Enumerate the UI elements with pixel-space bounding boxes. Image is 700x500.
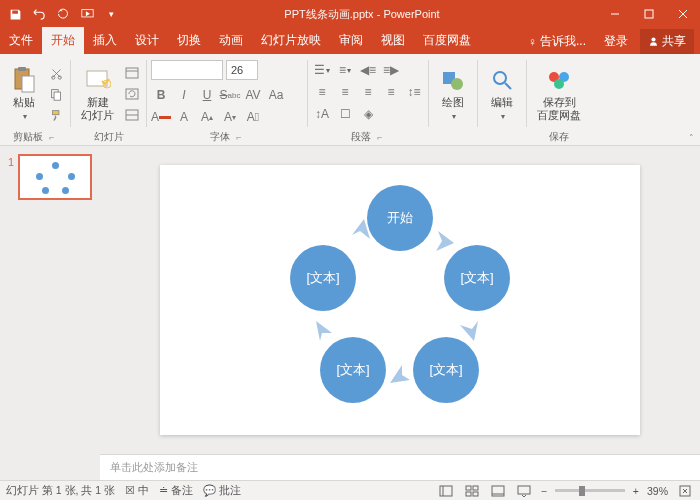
window-title: PPT线条动画.pptx - PowerPoint bbox=[126, 7, 598, 22]
close-button[interactable] bbox=[666, 0, 700, 28]
login-button[interactable]: 登录 bbox=[598, 29, 634, 54]
strikethrough-button[interactable]: Sabc bbox=[220, 85, 240, 105]
zoom-in-button[interactable]: + bbox=[633, 485, 639, 497]
change-case-button[interactable]: Aa bbox=[266, 85, 286, 105]
undo-icon[interactable] bbox=[32, 7, 46, 21]
cut-button[interactable] bbox=[47, 64, 65, 82]
decrease-indent-button[interactable]: ◀≡ bbox=[358, 60, 378, 80]
clipboard-launcher[interactable]: ⌐ bbox=[47, 132, 56, 142]
reading-view-button[interactable] bbox=[489, 484, 507, 498]
tab-insert[interactable]: 插入 bbox=[84, 27, 126, 54]
cycle-node-1[interactable]: 开始 bbox=[367, 185, 433, 251]
format-painter-button[interactable] bbox=[47, 106, 65, 124]
align-text-button[interactable]: ☐ bbox=[335, 104, 355, 124]
qat-dropdown-icon[interactable]: ▾ bbox=[104, 7, 118, 21]
increase-font-button[interactable]: A▴ bbox=[197, 107, 217, 127]
save-icon[interactable] bbox=[8, 7, 22, 21]
maximize-button[interactable] bbox=[632, 0, 666, 28]
paste-button[interactable]: 粘贴▾ bbox=[4, 60, 44, 125]
normal-view-button[interactable] bbox=[437, 484, 455, 498]
align-center-button[interactable]: ≡ bbox=[335, 82, 355, 102]
section-button[interactable] bbox=[123, 106, 141, 124]
zoom-slider[interactable] bbox=[555, 489, 625, 492]
share-button[interactable]: 共享 bbox=[640, 29, 694, 54]
decrease-font-button[interactable]: A▾ bbox=[220, 107, 240, 127]
comments-toggle[interactable]: 💬 批注 bbox=[203, 484, 241, 498]
thumbnail-number: 1 bbox=[8, 154, 14, 200]
align-right-button[interactable]: ≡ bbox=[358, 82, 378, 102]
tab-slideshow[interactable]: 幻灯片放映 bbox=[252, 27, 330, 54]
drawing-button[interactable]: 绘图▾ bbox=[433, 60, 473, 125]
zoom-out-button[interactable]: − bbox=[541, 485, 547, 497]
bullets-button[interactable]: ☰▾ bbox=[312, 60, 332, 80]
save-to-baidu-button[interactable]: 保存到 百度网盘 bbox=[531, 60, 587, 124]
workspace: 1 开始 [文本] [文本] [文本] [文本] bbox=[0, 146, 700, 480]
tell-me-button[interactable]: ♀告诉我... bbox=[522, 29, 592, 54]
find-icon bbox=[488, 66, 516, 94]
slide[interactable]: 开始 [文本] [文本] [文本] [文本] bbox=[160, 165, 640, 435]
paste-icon bbox=[10, 66, 38, 94]
editor-area: 开始 [文本] [文本] [文本] [文本] 单击此处添加备注 bbox=[100, 146, 700, 480]
tab-view[interactable]: 视图 bbox=[372, 27, 414, 54]
editing-button[interactable]: 编辑▾ bbox=[482, 60, 522, 125]
fit-to-window-button[interactable] bbox=[676, 484, 694, 498]
notes-toggle[interactable]: ≐ 备注 bbox=[159, 484, 193, 498]
font-color-button[interactable]: A bbox=[151, 107, 171, 127]
paragraph-launcher[interactable]: ⌐ bbox=[375, 132, 384, 142]
bold-button[interactable]: B bbox=[151, 85, 171, 105]
cycle-node-2[interactable]: [文本] bbox=[444, 245, 510, 311]
char-spacing-button[interactable]: AV bbox=[243, 85, 263, 105]
minimize-button[interactable] bbox=[598, 0, 632, 28]
lightbulb-icon: ♀ bbox=[528, 35, 537, 49]
start-slideshow-icon[interactable] bbox=[80, 7, 94, 21]
text-direction-button[interactable]: ↕A bbox=[312, 104, 332, 124]
svg-rect-33 bbox=[466, 486, 471, 490]
collapse-ribbon-button[interactable]: ˄ bbox=[687, 133, 696, 143]
share-icon bbox=[648, 36, 659, 47]
tab-home[interactable]: 开始 bbox=[42, 27, 84, 54]
tab-baidu[interactable]: 百度网盘 bbox=[414, 27, 480, 54]
underline-button[interactable]: U bbox=[197, 85, 217, 105]
copy-button[interactable] bbox=[47, 85, 65, 103]
language-indicator[interactable]: ☒ 中 bbox=[125, 484, 149, 498]
tab-animations[interactable]: 动画 bbox=[210, 27, 252, 54]
sorter-view-button[interactable] bbox=[463, 484, 481, 498]
layout-button[interactable] bbox=[123, 64, 141, 82]
font-size-selector[interactable]: 26 bbox=[226, 60, 258, 80]
svg-marker-29 bbox=[316, 321, 332, 341]
svg-marker-27 bbox=[460, 321, 478, 341]
cycle-node-5[interactable]: [文本] bbox=[290, 245, 356, 311]
group-paragraph: ☰▾ ≡▾ ◀≡ ≡▶ ≡ ≡ ≡ ≡ ↕≡ ↕A ☐ ◈ 段落⌐ bbox=[308, 54, 428, 145]
line-spacing-button[interactable]: ↕≡ bbox=[404, 82, 424, 102]
tab-transitions[interactable]: 切换 bbox=[168, 27, 210, 54]
reset-button[interactable] bbox=[123, 85, 141, 103]
tab-review[interactable]: 审阅 bbox=[330, 27, 372, 54]
group-save-baidu: 保存到 百度网盘 保存 bbox=[527, 54, 591, 145]
new-slide-button[interactable]: 新建 幻灯片 bbox=[75, 60, 120, 124]
smartart-button[interactable]: ◈ bbox=[358, 104, 378, 124]
slide-canvas-area[interactable]: 开始 [文本] [文本] [文本] [文本] bbox=[100, 146, 700, 454]
slide-thumbnail-1[interactable] bbox=[18, 154, 92, 200]
redo-icon[interactable] bbox=[56, 7, 70, 21]
italic-button[interactable]: I bbox=[174, 85, 194, 105]
clear-formatting-button[interactable]: A⃠ bbox=[243, 107, 263, 127]
svg-rect-11 bbox=[52, 110, 59, 114]
tab-design[interactable]: 设计 bbox=[126, 27, 168, 54]
slideshow-view-button[interactable] bbox=[515, 484, 533, 498]
notes-pane[interactable]: 单击此处添加备注 bbox=[100, 454, 700, 480]
svg-point-3 bbox=[651, 37, 655, 41]
justify-button[interactable]: ≡ bbox=[381, 82, 401, 102]
zoom-level[interactable]: 39% bbox=[647, 485, 668, 497]
group-editing: 编辑▾ bbox=[478, 54, 526, 145]
highlight-button[interactable]: A bbox=[174, 107, 194, 127]
numbering-button[interactable]: ≡▾ bbox=[335, 60, 355, 80]
tab-file[interactable]: 文件 bbox=[0, 27, 42, 54]
align-left-button[interactable]: ≡ bbox=[312, 82, 332, 102]
font-launcher[interactable]: ⌐ bbox=[234, 132, 243, 142]
font-family-selector[interactable] bbox=[151, 60, 223, 80]
group-clipboard: 粘贴▾ 剪贴板⌐ bbox=[0, 54, 70, 145]
cycle-node-3[interactable]: [文本] bbox=[413, 337, 479, 403]
increase-indent-button[interactable]: ≡▶ bbox=[381, 60, 401, 80]
svg-rect-5 bbox=[18, 67, 26, 71]
cycle-node-4[interactable]: [文本] bbox=[320, 337, 386, 403]
